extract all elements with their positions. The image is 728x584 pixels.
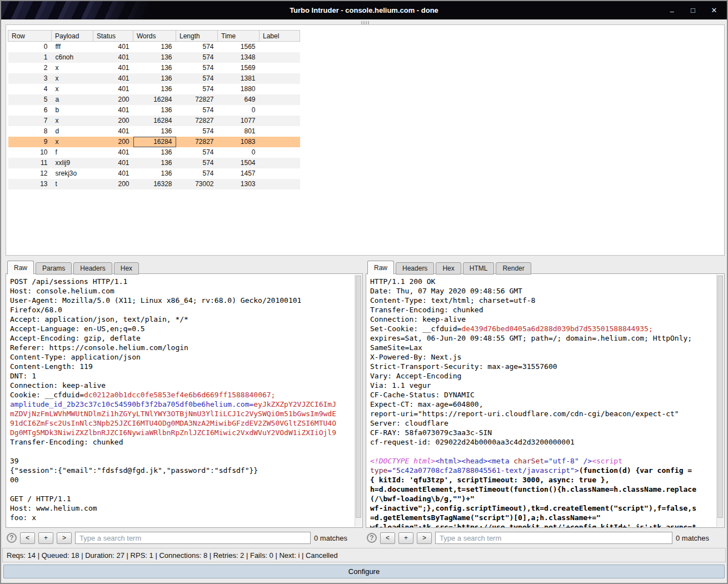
- cell-payload[interactable]: b: [52, 105, 93, 116]
- result-row-9[interactable]: 9x20016284728271083: [8, 137, 300, 147]
- cell-row[interactable]: 9: [8, 137, 52, 147]
- cell-length[interactable]: 574: [176, 73, 218, 84]
- cell-label[interactable]: [260, 168, 300, 179]
- cell-status[interactable]: 401: [93, 168, 133, 179]
- request-editor[interactable]: POST /api/sessions HTTP/1.1Host: console…: [6, 273, 363, 528]
- column-header-length[interactable]: Length: [176, 31, 218, 42]
- cell-length[interactable]: 574: [176, 147, 218, 158]
- help-icon[interactable]: ?: [7, 533, 17, 543]
- cell-status[interactable]: 401: [93, 105, 133, 116]
- tab-headers[interactable]: Headers: [396, 262, 434, 274]
- cell-length[interactable]: 73002: [176, 179, 218, 189]
- result-row-7[interactable]: 7x20016284728271077: [8, 116, 300, 126]
- tab-headers[interactable]: Headers: [73, 262, 112, 274]
- cell-words[interactable]: 136: [133, 158, 176, 168]
- cell-words[interactable]: 136: [133, 168, 176, 179]
- request-raw-text[interactable]: POST /api/sessions HTTP/1.1Host: console…: [10, 277, 353, 527]
- close-icon[interactable]: ✕: [710, 7, 718, 14]
- tab-raw[interactable]: Raw: [7, 261, 34, 274]
- cell-length[interactable]: 574: [176, 158, 218, 168]
- cell-time[interactable]: 1381: [218, 73, 260, 84]
- cell-time[interactable]: 0: [218, 105, 260, 116]
- cell-length[interactable]: 72827: [176, 94, 218, 105]
- cell-label[interactable]: [260, 137, 300, 147]
- cell-row[interactable]: 2: [8, 63, 52, 73]
- cell-payload[interactable]: x: [52, 137, 93, 147]
- column-header-row[interactable]: Row: [8, 31, 52, 42]
- cell-payload[interactable]: x: [52, 63, 93, 73]
- search-input[interactable]: [435, 532, 672, 544]
- cell-length[interactable]: 574: [176, 42, 218, 52]
- cell-status[interactable]: 401: [93, 63, 133, 73]
- cell-length[interactable]: 574: [176, 84, 218, 94]
- column-header-time[interactable]: Time: [218, 31, 260, 42]
- cell-payload[interactable]: x: [52, 116, 93, 126]
- cell-payload[interactable]: fff: [52, 42, 93, 52]
- result-row-4[interactable]: 4x4011365741880: [8, 84, 300, 94]
- cell-length[interactable]: 574: [176, 126, 218, 137]
- column-header-status[interactable]: Status: [93, 31, 133, 42]
- tab-params[interactable]: Params: [36, 262, 72, 274]
- cell-length[interactable]: 574: [176, 168, 218, 179]
- cell-words[interactable]: 136: [133, 147, 176, 158]
- cell-label[interactable]: [260, 42, 300, 52]
- search-next-button[interactable]: >: [417, 532, 432, 544]
- cell-status[interactable]: 401: [93, 42, 133, 52]
- cell-row[interactable]: 8: [8, 126, 52, 137]
- cell-time[interactable]: 1077: [218, 116, 260, 126]
- cell-label[interactable]: [260, 179, 300, 189]
- cell-payload[interactable]: f: [52, 147, 93, 158]
- cell-label[interactable]: [260, 94, 300, 105]
- result-row-1[interactable]: 1c6noh4011365741348: [8, 52, 300, 63]
- cell-label[interactable]: [260, 126, 300, 137]
- cell-row[interactable]: 7: [8, 116, 52, 126]
- cell-label[interactable]: [260, 158, 300, 168]
- cell-time[interactable]: 1303: [218, 179, 260, 189]
- cell-status[interactable]: 200: [93, 179, 133, 189]
- cell-payload[interactable]: srekj3o: [52, 168, 93, 179]
- response-scrollbar-thumb[interactable]: [717, 276, 723, 518]
- cell-time[interactable]: 1565: [218, 42, 260, 52]
- search-next-button[interactable]: >: [57, 532, 72, 544]
- minimize-icon[interactable]: –: [668, 7, 676, 14]
- cell-time[interactable]: 1504: [218, 158, 260, 168]
- cell-label[interactable]: [260, 52, 300, 63]
- column-header-label[interactable]: Label: [260, 31, 300, 42]
- response-scrollbar[interactable]: [716, 274, 724, 527]
- cell-words[interactable]: 136: [133, 126, 176, 137]
- cell-time[interactable]: 0: [218, 147, 260, 158]
- cell-row[interactable]: 12: [8, 168, 52, 179]
- configure-button[interactable]: Configure: [3, 565, 725, 578]
- result-row-5[interactable]: 5a2001628472827649: [8, 94, 300, 105]
- cell-status[interactable]: 200: [93, 116, 133, 126]
- cell-status[interactable]: 401: [93, 52, 133, 63]
- request-scrollbar-thumb[interactable]: [356, 276, 361, 518]
- cell-payload[interactable]: x: [52, 73, 93, 84]
- cell-length[interactable]: 574: [176, 52, 218, 63]
- search-prev-button[interactable]: <: [380, 532, 395, 544]
- cell-status[interactable]: 200: [93, 94, 133, 105]
- cell-label[interactable]: [260, 73, 300, 84]
- cell-words[interactable]: 136: [133, 73, 176, 84]
- cell-row[interactable]: 1: [8, 52, 52, 63]
- cell-words[interactable]: 16284: [133, 94, 176, 105]
- cell-status[interactable]: 401: [93, 147, 133, 158]
- cell-row[interactable]: 11: [8, 158, 52, 168]
- result-row-3[interactable]: 3x4011365741381: [8, 73, 300, 84]
- response-editor[interactable]: HTTP/1.1 200 OKDate: Thu, 07 May 2020 09…: [366, 273, 725, 528]
- result-row-12[interactable]: 12srekj3o4011365741457: [8, 168, 300, 179]
- cell-row[interactable]: 10: [8, 147, 52, 158]
- cell-row[interactable]: 0: [8, 42, 52, 52]
- cell-time[interactable]: 649: [218, 94, 260, 105]
- cell-payload[interactable]: d: [52, 126, 93, 137]
- column-header-payload[interactable]: Payload: [52, 31, 93, 42]
- tab-render[interactable]: Render: [496, 262, 531, 274]
- cell-status[interactable]: 200: [93, 137, 133, 147]
- cell-label[interactable]: [260, 63, 300, 73]
- cell-payload[interactable]: c6noh: [52, 52, 93, 63]
- cell-row[interactable]: 5: [8, 94, 52, 105]
- cell-payload[interactable]: xxlij9: [52, 158, 93, 168]
- cell-row[interactable]: 3: [8, 73, 52, 84]
- cell-time[interactable]: 1880: [218, 84, 260, 94]
- tab-raw[interactable]: Raw: [367, 261, 394, 274]
